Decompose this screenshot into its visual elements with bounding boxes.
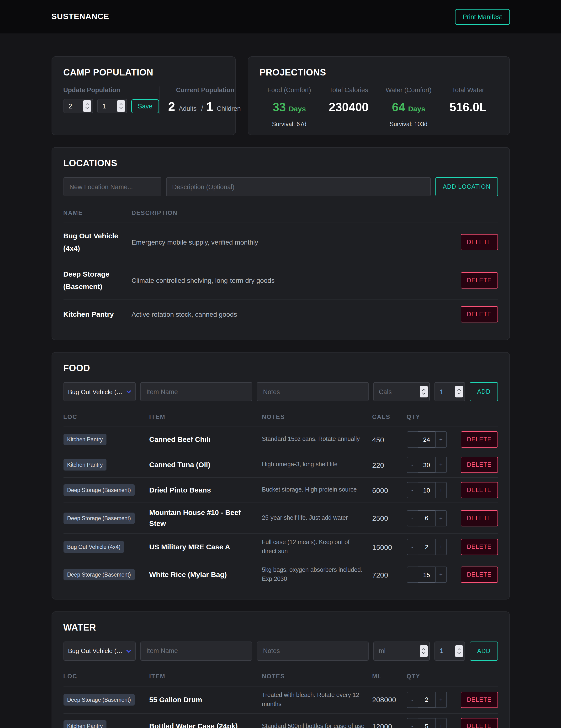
- qty-increment-button[interactable]: +: [435, 718, 447, 728]
- qty-value[interactable]: 2: [417, 539, 436, 555]
- locations-table-header: NAME DESCRIPTION: [63, 210, 498, 223]
- projection-stat: Total Water 516.0L: [438, 86, 498, 128]
- location-desc-input[interactable]: [166, 177, 431, 196]
- qty-increment-button[interactable]: +: [435, 510, 447, 526]
- food-row: Deep Storage (Basement) White Rice (Myla…: [63, 561, 498, 589]
- qty-increment-button[interactable]: +: [435, 567, 447, 583]
- qty-decrement-button[interactable]: -: [406, 692, 418, 708]
- food-add-button[interactable]: ADD: [470, 382, 498, 401]
- qty-value[interactable]: 24: [417, 431, 436, 448]
- projections-title: PROJECTIONS: [260, 67, 498, 78]
- qty-decrement-button[interactable]: -: [406, 431, 418, 448]
- location-badge: Deep Storage (Basement): [63, 512, 135, 524]
- food-notes-input[interactable]: [257, 382, 369, 401]
- spinner-arrows-icon[interactable]: [455, 386, 463, 397]
- delete-item-button[interactable]: DELETE: [461, 567, 498, 583]
- water-table-header: LOC ITEM NOTES ML QTY: [63, 673, 498, 686]
- item-notes: Standard 15oz cans. Rotate annually: [262, 435, 372, 444]
- delete-item-button[interactable]: DELETE: [461, 539, 498, 555]
- qty-value[interactable]: 30: [417, 457, 436, 473]
- qty-value[interactable]: 15: [417, 567, 436, 583]
- location-badge: Kitchen Pantry: [63, 459, 107, 471]
- qty-increment-button[interactable]: +: [435, 457, 447, 473]
- water-location-select[interactable]: Bug Out Vehicle (4x4): [63, 641, 135, 660]
- item-notes: 5kg bags, oxygen absorbers included. Exp…: [262, 566, 372, 584]
- qty-value[interactable]: 10: [417, 482, 436, 498]
- projection-stat-label: Total Water: [438, 86, 498, 94]
- col-cals: CALS: [372, 414, 406, 420]
- delete-item-button[interactable]: DELETE: [461, 510, 498, 526]
- delete-item-button[interactable]: DELETE: [461, 692, 498, 708]
- water-notes-input[interactable]: [257, 641, 369, 660]
- food-card: FOOD Bug Out Vehicle (4x4) ADD: [51, 352, 510, 599]
- col-loc: LOC: [63, 414, 149, 420]
- delete-item-button[interactable]: DELETE: [461, 482, 498, 498]
- location-badge: Deep Storage (Basement): [63, 569, 135, 580]
- spinner-arrows-icon[interactable]: [455, 645, 463, 657]
- delete-location-button[interactable]: DELETE: [461, 234, 498, 250]
- children-suffix: Children: [217, 105, 241, 112]
- children-input[interactable]: [98, 102, 117, 110]
- food-row: Bug Out Vehicle (4x4) US Military MRE Ca…: [63, 534, 498, 561]
- quantity-stepper: - 2 +: [406, 539, 460, 555]
- qty-decrement-button[interactable]: -: [406, 510, 418, 526]
- item-cals: 7200: [372, 571, 406, 579]
- qty-decrement-button[interactable]: -: [406, 539, 418, 555]
- spinner-arrows-icon[interactable]: [420, 645, 428, 657]
- save-population-button[interactable]: Save: [131, 99, 159, 113]
- qty-decrement-button[interactable]: -: [406, 567, 418, 583]
- location-name: Bug Out Vehicle (4x4): [63, 230, 132, 254]
- food-cals-input[interactable]: [374, 388, 420, 395]
- spinner-arrows-icon[interactable]: [117, 100, 125, 112]
- water-ml-field: [373, 641, 430, 660]
- location-description: Emergency mobile supply, verified monthl…: [132, 238, 455, 246]
- location-row: Bug Out Vehicle (4x4) Emergency mobile s…: [63, 223, 498, 261]
- qty-decrement-button[interactable]: -: [406, 482, 418, 498]
- qty-value[interactable]: 2: [417, 692, 436, 708]
- water-item-input[interactable]: [140, 641, 252, 660]
- delete-item-button[interactable]: DELETE: [461, 431, 498, 448]
- quantity-stepper: - 24 +: [406, 431, 460, 448]
- quantity-stepper: - 10 +: [406, 482, 460, 498]
- projection-stat-survival: Survival: 67d: [260, 121, 319, 128]
- food-item-input[interactable]: [140, 382, 252, 401]
- add-location-button[interactable]: ADD LOCATION: [436, 177, 498, 196]
- location-description: Climate controlled shelving, long-term d…: [132, 276, 455, 284]
- spinner-arrows-icon[interactable]: [83, 100, 91, 112]
- food-row: Kitchen Pantry Canned Tuna (Oil) High om…: [63, 452, 498, 478]
- qty-value[interactable]: 5: [417, 718, 436, 728]
- delete-item-button[interactable]: DELETE: [461, 457, 498, 473]
- item-name: White Rice (Mylar Bag): [149, 569, 262, 580]
- item-cals: 15000: [372, 543, 406, 551]
- qty-decrement-button[interactable]: -: [406, 718, 418, 728]
- item-cals: 6000: [372, 486, 406, 494]
- item-notes: High omega-3, long shelf life: [262, 460, 372, 470]
- qty-increment-button[interactable]: +: [435, 692, 447, 708]
- print-manifest-button[interactable]: Print Manifest: [455, 9, 510, 25]
- qty-increment-button[interactable]: +: [435, 539, 447, 555]
- food-row: Deep Storage (Basement) Dried Pinto Bean…: [63, 478, 498, 503]
- adults-input[interactable]: [64, 102, 83, 110]
- delete-location-button[interactable]: DELETE: [461, 306, 498, 322]
- location-name-input[interactable]: [63, 177, 161, 196]
- food-location-select[interactable]: Bug Out Vehicle (4x4): [63, 382, 135, 401]
- item-name: 55 Gallon Drum: [149, 694, 262, 705]
- delete-location-button[interactable]: DELETE: [461, 272, 498, 288]
- current-population-value: 2 Adults / 1 Children: [168, 99, 242, 114]
- qty-value[interactable]: 6: [417, 510, 436, 526]
- qty-increment-button[interactable]: +: [435, 431, 447, 448]
- qty-decrement-button[interactable]: -: [406, 457, 418, 473]
- water-add-button[interactable]: ADD: [470, 641, 498, 660]
- food-table-header: LOC ITEM NOTES CALS QTY: [63, 414, 498, 427]
- item-cals: 450: [372, 435, 406, 444]
- water-ml-input[interactable]: [374, 647, 420, 654]
- water-qty-field: [435, 641, 465, 660]
- water-qty-input[interactable]: [435, 647, 455, 654]
- qty-increment-button[interactable]: +: [435, 482, 447, 498]
- food-qty-input[interactable]: [435, 388, 455, 395]
- children-count: 1: [206, 99, 213, 114]
- food-row: Kitchen Pantry Canned Beef Chili Standar…: [63, 427, 498, 452]
- spinner-arrows-icon[interactable]: [420, 386, 428, 397]
- quantity-stepper: - 5 +: [406, 718, 460, 728]
- delete-item-button[interactable]: DELETE: [461, 718, 498, 728]
